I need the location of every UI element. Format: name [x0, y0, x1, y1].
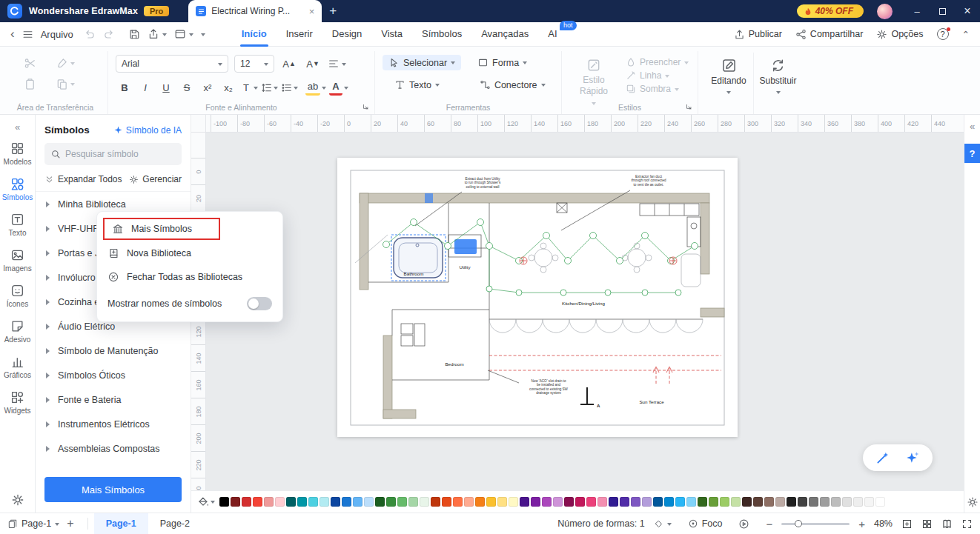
- library-item[interactable]: Instrumentos Elétricos: [36, 412, 191, 436]
- color-swatch[interactable]: [631, 497, 640, 507]
- color-swatch[interactable]: [231, 497, 240, 507]
- color-swatch[interactable]: [242, 497, 251, 507]
- canvas-settings-button[interactable]: [967, 496, 979, 508]
- snap-options-button[interactable]: [654, 519, 672, 529]
- shape-tool-button[interactable]: Forma: [471, 55, 533, 70]
- format-superscript-button[interactable]: x²: [199, 79, 216, 96]
- color-swatch[interactable]: [575, 497, 585, 507]
- color-swatch[interactable]: [364, 497, 374, 507]
- expand-group-icon[interactable]: [362, 103, 370, 111]
- color-swatch[interactable]: [742, 497, 752, 507]
- sidebar-item-sticker[interactable]: Adesivo: [4, 319, 31, 344]
- zoom-value[interactable]: 48%: [874, 518, 893, 529]
- context-menu-item[interactable]: Mais Símbolos: [103, 218, 220, 240]
- color-swatch[interactable]: [875, 497, 885, 507]
- replace-button[interactable]: Substituir: [753, 53, 802, 114]
- color-swatch[interactable]: [787, 497, 796, 507]
- color-swatch[interactable]: [431, 497, 440, 507]
- edrawmax-logo-icon[interactable]: [7, 4, 22, 19]
- clipboard-icon[interactable]: [24, 78, 36, 90]
- fit-page-icon[interactable]: [901, 518, 913, 530]
- color-swatch[interactable]: [642, 497, 652, 507]
- color-swatch[interactable]: [698, 497, 707, 507]
- slider-knob[interactable]: [795, 520, 802, 527]
- color-swatch[interactable]: [775, 497, 785, 507]
- presentation-button[interactable]: [738, 518, 749, 530]
- menu-tab-inserir[interactable]: Inserir: [277, 22, 322, 47]
- color-swatch[interactable]: [753, 497, 763, 507]
- close-window-button[interactable]: ×: [955, 0, 980, 22]
- color-swatch[interactable]: [497, 497, 507, 507]
- show-names-toggle[interactable]: [247, 297, 272, 310]
- decrease-font-button[interactable]: A▼: [304, 56, 322, 72]
- fill-button[interactable]: Preencher: [626, 57, 689, 67]
- color-swatch[interactable]: [219, 497, 229, 507]
- context-menu-item[interactable]: Fechar Todas as Bibliotecas: [97, 265, 282, 289]
- color-swatch[interactable]: [653, 497, 663, 507]
- format-underline-button[interactable]: U: [157, 79, 175, 96]
- color-swatch[interactable]: [709, 497, 718, 507]
- increase-font-button[interactable]: A▲: [280, 56, 298, 72]
- color-swatch[interactable]: [586, 497, 596, 507]
- color-swatch[interactable]: [686, 497, 696, 507]
- editing-button[interactable]: Editando: [704, 53, 753, 114]
- color-swatch[interactable]: [664, 497, 674, 507]
- color-swatch[interactable]: [553, 497, 563, 507]
- color-swatch[interactable]: [286, 497, 296, 507]
- page-tab-page-2[interactable]: Page-2: [148, 513, 202, 534]
- format-strikethrough-button[interactable]: S: [178, 79, 196, 96]
- zoom-out-button[interactable]: −: [766, 518, 772, 530]
- color-swatch[interactable]: [253, 497, 262, 507]
- font-family-select[interactable]: Arial: [116, 55, 228, 73]
- sidebar-item-templates[interactable]: Modelos: [4, 141, 32, 166]
- color-swatch[interactable]: [764, 497, 774, 507]
- ai-symbol-button[interactable]: Símbolo de IA: [113, 125, 182, 136]
- focus-mode-button[interactable]: Foco: [688, 518, 723, 529]
- menu-tab-vista[interactable]: Vista: [371, 22, 412, 47]
- sidebar-item-charts[interactable]: Gráficos: [4, 355, 31, 379]
- font-color-button[interactable]: A: [329, 79, 348, 96]
- zoom-slider[interactable]: [781, 518, 850, 529]
- ai-sparkle-icon[interactable]: [905, 450, 920, 465]
- library-item[interactable]: Fonte e Bateria: [36, 387, 191, 412]
- color-swatch[interactable]: [842, 497, 852, 507]
- expand-all-button[interactable]: Expandar Todos: [44, 174, 122, 184]
- share-button[interactable]: Compartilhar: [795, 29, 864, 40]
- library-item[interactable]: Assembleias Compostas: [36, 436, 191, 461]
- color-swatch[interactable]: [798, 497, 807, 507]
- sidebar-item-widgets[interactable]: Widgets: [4, 390, 30, 415]
- text-spacing-button[interactable]: T: [240, 79, 258, 96]
- zoom-in-button[interactable]: +: [858, 518, 865, 530]
- context-menu-item[interactable]: Nova Biblioteca: [97, 241, 282, 265]
- help-tab-button[interactable]: ?: [964, 144, 980, 163]
- menu-tab-início[interactable]: Início: [232, 22, 277, 47]
- horizontal-ruler[interactable]: -100-80-60-40-20020406080100120140160180…: [206, 115, 964, 133]
- collapse-ribbon-button[interactable]: ⌃: [962, 29, 970, 40]
- help-button[interactable]: ?: [937, 28, 949, 40]
- format-subscript-button[interactable]: x₂: [219, 79, 237, 96]
- selected-symbol[interactable]: [454, 239, 477, 254]
- color-swatch[interactable]: [675, 497, 685, 507]
- highlight-button[interactable]: ab: [305, 79, 326, 96]
- color-swatch[interactable]: [386, 497, 396, 507]
- sidebar-item-images[interactable]: Imagens: [3, 248, 31, 273]
- canvas-viewport[interactable]: Extract duct from Utilityto run through …: [206, 133, 964, 490]
- avatar[interactable]: [877, 4, 893, 19]
- save-button[interactable]: [128, 28, 140, 40]
- promo-badge[interactable]: 40% OFF: [797, 4, 864, 18]
- bullet-list-button[interactable]: [281, 82, 298, 93]
- format-bold-button[interactable]: B: [116, 79, 133, 96]
- new-tab-button[interactable]: +: [322, 4, 344, 19]
- line-button[interactable]: Linha: [626, 70, 689, 81]
- color-swatch[interactable]: [520, 497, 529, 507]
- add-page-button[interactable]: +: [67, 517, 73, 530]
- color-swatch[interactable]: [564, 497, 574, 507]
- color-swatch[interactable]: [353, 497, 362, 507]
- color-swatch[interactable]: [720, 497, 729, 507]
- file-menu[interactable]: Arquivo: [41, 29, 73, 40]
- drawing-page[interactable]: Extract duct from Utilityto run through …: [337, 158, 738, 437]
- fill-color-button[interactable]: [197, 496, 215, 508]
- select-tool-button[interactable]: Selecionar: [383, 55, 461, 70]
- minimize-button[interactable]: –: [904, 0, 930, 22]
- page-selector[interactable]: Page-1: [7, 518, 59, 529]
